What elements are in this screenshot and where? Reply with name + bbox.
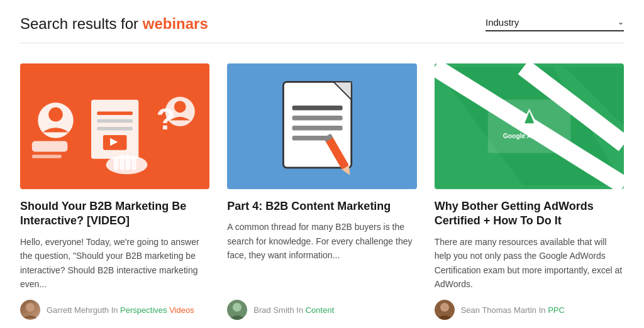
- card-3-avatar: [435, 300, 455, 320]
- search-keyword: webinars: [143, 15, 208, 32]
- card-1-avatar: [20, 300, 40, 320]
- card-2-excerpt: A common thread for many B2B buyers is t…: [227, 220, 416, 291]
- card-3-author: Sean Thomas Martin In PPC: [461, 305, 565, 315]
- svg-rect-6: [97, 119, 132, 123]
- svg-rect-2: [32, 141, 67, 152]
- cards-grid: ? Should Your B2B Marketing Be Interacti…: [20, 63, 624, 320]
- svg-point-1: [48, 107, 63, 122]
- search-title: Search results for webinars: [20, 15, 208, 33]
- chevron-down-icon: ⌄: [618, 18, 624, 26]
- industry-dropdown[interactable]: Industry ⌄: [486, 17, 624, 31]
- card-2-avatar: [227, 300, 247, 320]
- svg-rect-7: [97, 127, 132, 131]
- card-1: ? Should Your B2B Marketing Be Interacti…: [20, 63, 209, 320]
- svg-rect-14: [114, 157, 119, 170]
- card-2-author: Brad Smith In Content: [253, 305, 334, 315]
- svg-rect-17: [131, 156, 136, 170]
- card-1-category-perspectives[interactable]: Perspectives: [120, 305, 167, 315]
- svg-point-39: [440, 303, 449, 312]
- search-prefix: Search results for: [20, 15, 138, 32]
- svg-point-12: [174, 101, 186, 113]
- card-1-image[interactable]: ?: [20, 63, 209, 189]
- card-2: Part 4: B2B Content Marketing A common t…: [227, 63, 416, 320]
- svg-text:Google AdWords: Google AdWords: [502, 133, 555, 139]
- card-1-author: Garrett Mehrguth In Perspectives Videos: [47, 305, 194, 315]
- card-1-excerpt: Hello, everyone! Today, we're going to a…: [20, 235, 209, 292]
- svg-rect-16: [126, 155, 131, 170]
- svg-point-18: [26, 303, 35, 312]
- svg-rect-22: [292, 116, 343, 121]
- svg-rect-3: [32, 155, 62, 158]
- card-2-image[interactable]: [227, 63, 416, 189]
- card-3-category-ppc[interactable]: PPC: [548, 305, 565, 315]
- card-2-category-content[interactable]: Content: [306, 305, 335, 315]
- svg-point-29: [233, 303, 242, 312]
- svg-rect-15: [119, 155, 125, 170]
- card-1-title[interactable]: Should Your B2B Marketing Be Interactive…: [20, 199, 209, 229]
- card-1-meta: Garrett Mehrguth In Perspectives Videos: [20, 300, 209, 320]
- svg-rect-5: [97, 111, 132, 115]
- card-1-category-videos[interactable]: Videos: [169, 305, 194, 315]
- card-3-title[interactable]: Why Bother Getting AdWords Certified + H…: [435, 199, 624, 229]
- card-3: Google AdWords Why Bother Getting AdWord…: [435, 63, 624, 320]
- card-3-meta: Sean Thomas Martin In PPC: [435, 300, 624, 320]
- svg-rect-23: [292, 126, 343, 131]
- svg-rect-21: [292, 106, 343, 111]
- card-3-image[interactable]: Google AdWords: [435, 63, 624, 189]
- card-2-title[interactable]: Part 4: B2B Content Marketing: [227, 199, 416, 214]
- industry-label: Industry: [486, 17, 519, 28]
- card-3-excerpt: There are many resources available that …: [435, 235, 624, 292]
- page-header: Search results for webinars Industry ⌄: [20, 15, 624, 43]
- card-2-meta: Brad Smith In Content: [227, 300, 416, 320]
